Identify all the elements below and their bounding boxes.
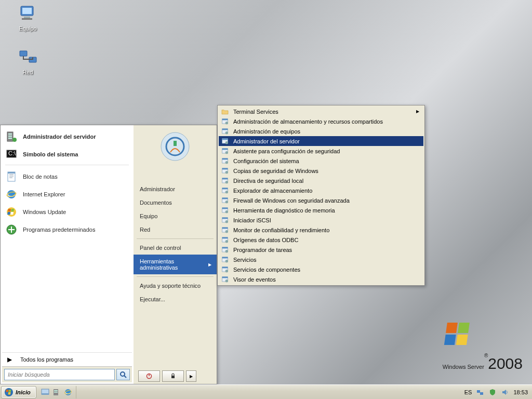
all-programs-label: Todos los programas <box>20 356 73 363</box>
submenu-item[interactable]: Iniciador iSCSI <box>219 215 423 225</box>
system-tray: ES 18:53 <box>460 385 532 399</box>
submenu-item[interactable]: Firewall de Windows con seguridad avanza… <box>219 195 423 205</box>
svg-rect-64 <box>222 197 228 199</box>
svg-rect-13 <box>8 138 12 139</box>
svg-rect-92 <box>8 390 11 392</box>
start-right-label: Herramientas administrativas <box>140 258 208 271</box>
tray-volume-icon[interactable] <box>501 388 509 396</box>
start-right-item[interactable]: Administrador <box>134 182 217 196</box>
server-manager-small-icon <box>221 137 229 145</box>
submenu-item[interactable]: Configuración del sistema <box>219 156 423 166</box>
msconfig-icon <box>221 157 229 165</box>
submenu-item[interactable]: Copias de seguridad de Windows <box>219 166 423 176</box>
svg-rect-6 <box>446 323 458 333</box>
folder-icon <box>221 108 229 116</box>
desktop-icon-label: Red <box>8 69 47 75</box>
svg-rect-7 <box>458 323 470 333</box>
chevron-right-icon: ▶ <box>208 262 211 267</box>
submenu-item[interactable]: Directiva de seguridad local <box>219 176 423 185</box>
svg-rect-79 <box>222 247 228 248</box>
submenu-item[interactable]: Servicios <box>219 255 423 264</box>
svg-rect-8 <box>444 335 456 345</box>
svg-point-31 <box>121 372 125 376</box>
start-pinned-item[interactable]: C:\Símbolo del sistema <box>2 146 132 163</box>
start-button-label: Inicio <box>16 389 31 395</box>
desktop-icon-computer[interactable]: Equipo <box>8 3 47 32</box>
submenu-item-label: Copias de seguridad de Windows <box>233 168 318 174</box>
submenu-item[interactable]: Asistente para configuración de segurida… <box>219 146 423 156</box>
start-right-item[interactable]: Herramientas administrativas▶ <box>134 255 217 274</box>
svg-point-65 <box>225 201 228 203</box>
submenu-item-label: Administración de almacenamiento y recur… <box>233 118 383 125</box>
start-right-label: Equipo <box>140 213 157 219</box>
submenu-item[interactable]: Terminal Services▶ <box>219 107 423 116</box>
svg-rect-103 <box>480 392 483 395</box>
submenu-item[interactable]: Programador de tareas <box>219 245 423 255</box>
start-search-row <box>2 366 132 382</box>
svg-rect-38 <box>171 376 175 378</box>
start-right-item[interactable]: Ayuda y soporte técnico <box>134 279 217 292</box>
svg-rect-2 <box>24 17 30 18</box>
submenu-item[interactable]: Administración de equipos <box>219 126 423 136</box>
submenu-item-label: Terminal Services <box>233 109 278 115</box>
quick-launch-server-manager[interactable] <box>52 388 61 397</box>
start-right-item[interactable]: Red <box>134 223 217 236</box>
start-pinned-item[interactable]: Bloc de notas <box>2 168 132 185</box>
submenu-item-label: Administrador del servidor <box>233 138 300 144</box>
component-services-icon <box>221 265 229 274</box>
start-pinned-item[interactable]: Administrador del servidor <box>2 128 132 145</box>
start-pinned-item[interactable]: Windows Update <box>2 204 132 220</box>
start-pinned-label: Administrador del servidor <box>23 134 96 140</box>
start-pinned-label: Internet Explorer <box>23 191 65 197</box>
submenu-item-label: Programador de tareas <box>233 247 292 253</box>
submenu-item[interactable]: Servicios de componentes <box>219 264 423 274</box>
all-programs[interactable]: ▶ Todos los programas <box>2 352 132 366</box>
tray-network-icon[interactable] <box>476 388 484 396</box>
start-right-item[interactable]: Panel de control <box>134 241 217 255</box>
submenu-item[interactable]: Visor de eventos <box>219 274 423 284</box>
start-pinned-label: Bloc de notas <box>23 174 58 180</box>
start-menu-power-buttons: ▶ <box>138 370 196 382</box>
start-right-item[interactable]: Documentos <box>134 196 217 209</box>
chevron-right-icon: ▶ <box>416 109 419 114</box>
svg-point-71 <box>225 220 228 223</box>
lock-button[interactable] <box>162 370 184 382</box>
submenu-item-label: Monitor de confiabilidad y rendimiento <box>233 227 329 233</box>
show-desktop-icon <box>41 388 50 397</box>
svg-rect-55 <box>222 168 228 169</box>
admin-tools-submenu: Terminal Services▶Administración de alma… <box>217 105 425 286</box>
start-right-label: Administrador <box>140 186 175 192</box>
taskbar-clock[interactable]: 18:53 <box>513 389 528 395</box>
lock-icon <box>170 373 176 379</box>
desktop-icon-network[interactable]: Red <box>8 47 47 75</box>
start-button[interactable]: Inicio <box>1 386 36 398</box>
svg-point-44 <box>225 131 228 134</box>
svg-point-80 <box>225 250 228 252</box>
start-menu: Administrador del servidorC:\Símbolo del… <box>0 125 217 384</box>
start-pinned-item[interactable]: Internet Explorer <box>2 186 132 203</box>
start-right-item[interactable]: Ejecutar... <box>134 292 217 306</box>
start-search-button[interactable] <box>116 369 130 380</box>
quick-launch-show-desktop[interactable] <box>41 388 50 397</box>
submenu-item[interactable]: Explorador de almacenamiento <box>219 185 423 195</box>
tray-security-icon[interactable] <box>488 388 497 396</box>
power-button[interactable] <box>138 370 160 382</box>
start-search-input[interactable] <box>4 369 115 380</box>
language-indicator[interactable]: ES <box>464 389 472 395</box>
start-pinned-item[interactable]: Programas predeterminados <box>2 221 132 238</box>
submenu-item[interactable]: Administrador del servidor <box>219 136 423 146</box>
quick-launch-ie[interactable] <box>63 388 73 397</box>
svg-rect-94 <box>8 392 10 394</box>
start-pinned-label: Programas predeterminados <box>23 227 95 233</box>
svg-point-89 <box>225 280 228 282</box>
shutdown-options-button[interactable]: ▶ <box>186 370 196 382</box>
svg-rect-1 <box>22 8 32 14</box>
svg-rect-67 <box>222 207 228 209</box>
submenu-item[interactable]: Herramienta de diagnóstico de memoria <box>219 205 423 215</box>
submenu-item[interactable]: Administración de almacenamiento y recur… <box>219 116 423 126</box>
perfmon-icon <box>221 226 229 234</box>
submenu-item[interactable]: Monitor de confiabilidad y rendimiento <box>219 225 423 235</box>
submenu-item[interactable]: Orígenes de datos ODBC <box>219 235 423 245</box>
server-manager-icon <box>52 388 61 397</box>
start-right-item[interactable]: Equipo <box>134 209 217 223</box>
